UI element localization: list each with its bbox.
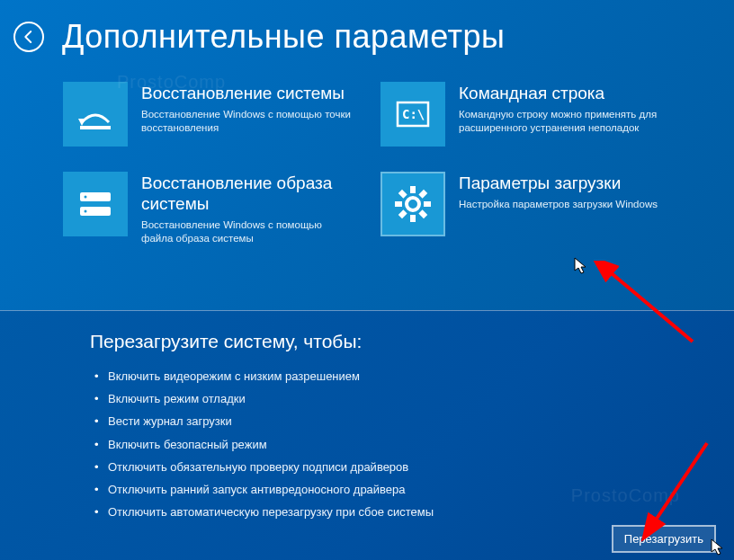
restart-button[interactable]: Перезагрузить — [612, 525, 716, 553]
tile-system-restore[interactable]: Восстановление системы Восстановление Wi… — [63, 78, 354, 150]
tile-desc: Восстановление Windows с помощью файла о… — [141, 218, 354, 246]
svg-rect-13 — [418, 190, 427, 199]
startup-subtitle: Перезагрузите систему, чтобы: — [90, 331, 644, 352]
startup-settings-panel: Перезагрузите систему, чтобы: Включить в… — [0, 310, 734, 560]
tile-system-image[interactable]: Восстановление образа системы Восстановл… — [63, 168, 354, 250]
svg-rect-16 — [418, 209, 427, 218]
tile-command-prompt[interactable]: C:\ Командная строка Командную строку мо… — [380, 78, 671, 150]
svg-rect-14 — [398, 209, 407, 218]
gear-icon — [380, 172, 445, 236]
arrow-left-icon — [21, 29, 37, 45]
svg-marker-0 — [78, 119, 85, 126]
svg-point-7 — [85, 210, 87, 213]
svg-point-8 — [407, 198, 419, 210]
list-item: Вести журнал загрузки — [108, 413, 644, 430]
svg-rect-1 — [80, 126, 111, 129]
list-item: Отключить ранний запуск антивредоносного… — [108, 482, 644, 498]
list-item: Отключить автоматическую перезагрузку пр… — [108, 504, 644, 520]
svg-rect-12 — [424, 201, 431, 207]
svg-text:C:\: C:\ — [402, 107, 425, 121]
system-restore-icon — [63, 82, 128, 147]
command-prompt-icon: C:\ — [380, 82, 445, 147]
system-image-icon — [63, 172, 128, 236]
list-item: Включить безопасный режим — [108, 437, 644, 453]
back-button[interactable] — [13, 22, 44, 52]
tile-title: Параметры загрузки — [459, 173, 658, 194]
page-title: Дополнительные параметры — [62, 18, 506, 56]
tile-title: Восстановление образа системы — [141, 173, 354, 215]
tile-startup-settings[interactable]: Параметры загрузки Настройка параметров … — [380, 168, 671, 250]
tile-desc: Восстановление Windows с помощью точки в… — [141, 108, 354, 136]
svg-rect-15 — [398, 190, 407, 199]
tile-title: Командная строка — [459, 84, 671, 104]
tile-desc: Настройка параметров загрузки Windows — [459, 198, 658, 212]
list-item: Отключить обязательную проверку подписи … — [108, 459, 644, 476]
list-item: Включить режим отладки — [108, 391, 644, 407]
startup-options-list: Включить видеорежим с низким разрешением… — [90, 369, 644, 520]
svg-rect-11 — [395, 201, 402, 207]
advanced-options-panel: Дополнительные параметры ProstoComp Восс… — [0, 0, 734, 310]
svg-point-6 — [85, 196, 87, 199]
svg-rect-10 — [410, 215, 416, 222]
svg-rect-9 — [410, 186, 416, 193]
list-item: Включить видеорежим с низким разрешением — [108, 369, 644, 385]
tile-desc: Командную строку можно применять для рас… — [459, 108, 671, 136]
option-tiles: Восстановление системы Восстановление Wi… — [63, 78, 671, 250]
tile-title: Восстановление системы — [141, 84, 354, 104]
